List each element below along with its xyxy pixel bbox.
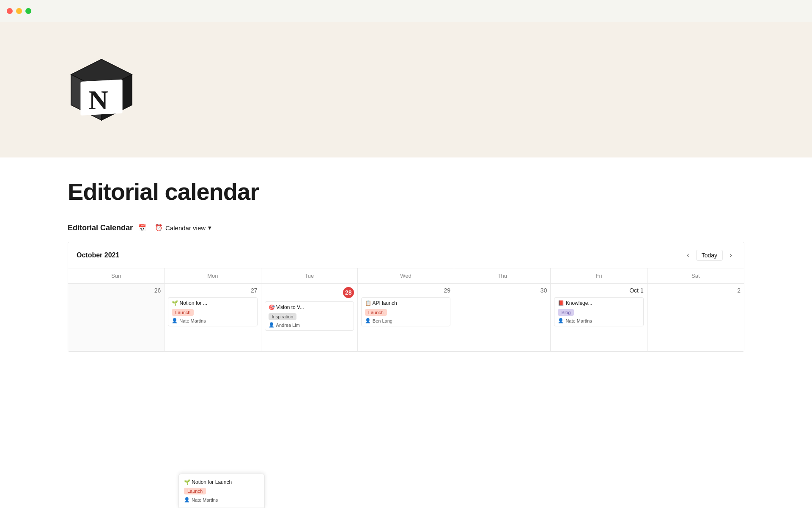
database-header: Editorial Calendar 📅 ⏰ Calendar view ▾: [68, 222, 744, 233]
calendar-day-headers: Sun Mon Tue Wed Thu Fri Sat: [68, 268, 744, 284]
svg-text:N: N: [89, 85, 108, 115]
hero-cover: N: [0, 22, 812, 157]
today-button[interactable]: Today: [696, 250, 723, 261]
page-title: Editorial calendar: [68, 178, 744, 205]
bottom-card-tag: Launch: [184, 488, 206, 494]
card-knowledge[interactable]: 📕 Knowlege... Blog 👤 Nate Martins: [554, 297, 643, 326]
card-knowledge-tag: Blog: [558, 309, 574, 316]
day-number-29: 29: [361, 287, 450, 294]
card-notion-for-person: 👤 Nate Martins: [172, 318, 253, 323]
person-name-nate2: Nate Martins: [565, 318, 592, 323]
calendar-grid-icon: 📅: [138, 224, 146, 232]
day-header-sat: Sat: [647, 268, 744, 284]
card-vision-to-v-title: 🎯 Vision to V...: [269, 304, 350, 310]
day-header-thu: Thu: [454, 268, 551, 284]
day-number-27: 27: [168, 287, 257, 294]
titlebar: [0, 0, 812, 22]
calendar-container: October 2021 ‹ Today › Sun Mon Tue Wed T…: [68, 242, 744, 352]
prev-month-button[interactable]: ‹: [683, 249, 693, 261]
day-cell-30[interactable]: 30: [454, 284, 551, 351]
bottom-card-person: 👤 Nate Martins: [184, 497, 259, 502]
day-number-2: 2: [651, 287, 741, 294]
card-notion-for-title: 🌱 Notion for ...: [172, 300, 253, 306]
main-content: Editorial calendar Editorial Calendar 📅 …: [0, 157, 812, 352]
bottom-card-title: 🌱 Notion for Launch: [184, 479, 259, 485]
calendar-nav: October 2021 ‹ Today ›: [68, 242, 744, 268]
card-api-launch-title: 📋 API launch: [365, 300, 447, 306]
traffic-light-yellow[interactable]: [16, 8, 22, 14]
card-notion-for[interactable]: 🌱 Notion for ... Launch 👤 Nate Martins: [168, 297, 257, 326]
person-avatar-andrea: 👤: [269, 322, 274, 328]
person-name-nate1: Nate Martins: [179, 318, 206, 323]
card-knowledge-person: 👤 Nate Martins: [558, 318, 639, 323]
day-cell-oct1[interactable]: Oct 1 📕 Knowlege... Blog 👤 Nate Martins: [551, 284, 647, 351]
day-header-mon: Mon: [165, 268, 261, 284]
card-knowledge-title: 📕 Knowlege...: [558, 300, 639, 306]
traffic-light-green[interactable]: [25, 8, 31, 14]
bottom-popup-card[interactable]: 🌱 Notion for Launch Launch 👤 Nate Martin…: [178, 474, 265, 508]
view-selector-label: Calendar view: [165, 224, 206, 232]
database-title: Editorial Calendar: [68, 224, 133, 232]
bottom-card-author: Nate Martins: [192, 497, 218, 502]
card-api-launch-person: 👤 Ben Lang: [365, 318, 447, 323]
day-header-tue: Tue: [261, 268, 358, 284]
bottom-card-avatar: 👤: [184, 497, 190, 502]
day-cell-27[interactable]: 27 🌱 Notion for ... Launch 👤 Nate Martin…: [165, 284, 261, 351]
day-header-fri: Fri: [551, 268, 647, 284]
day-number-26: 26: [71, 287, 161, 294]
day-cell-2[interactable]: 2: [647, 284, 744, 351]
card-api-launch[interactable]: 📋 API launch Launch 👤 Ben Lang: [361, 297, 450, 326]
day-number-28: 28: [265, 287, 354, 298]
person-avatar-nate2: 👤: [558, 318, 564, 323]
day-cell-29[interactable]: 29 📋 API launch Launch 👤 Ben Lang: [358, 284, 454, 351]
day-cell-26[interactable]: 26: [68, 284, 165, 351]
traffic-light-red[interactable]: [7, 8, 13, 14]
calendar-week-row: 26 27 🌱 Notion for ... Launch 👤 Nate Mar…: [68, 284, 744, 351]
chevron-down-icon: ▾: [208, 224, 211, 232]
card-vision-to-v-tag: Inspiration: [269, 313, 297, 320]
day-cell-28[interactable]: 28 🎯 Vision to V... Inspiration 👤 Andrea…: [261, 284, 358, 351]
view-selector-emoji: ⏰: [155, 224, 163, 232]
notion-logo-icon: N: [68, 56, 135, 124]
view-selector-button[interactable]: ⏰ Calendar view ▾: [151, 222, 215, 233]
day-number-oct1: Oct 1: [554, 287, 643, 294]
next-month-button[interactable]: ›: [726, 249, 735, 261]
nav-controls: ‹ Today ›: [683, 249, 735, 261]
card-notion-for-tag: Launch: [172, 309, 194, 316]
person-name-ben: Ben Lang: [373, 318, 392, 323]
calendar-month-label: October 2021: [77, 251, 119, 259]
card-vision-to-v-person: 👤 Andrea Lim: [269, 322, 350, 328]
day-header-wed: Wed: [358, 268, 454, 284]
card-api-launch-tag: Launch: [365, 309, 387, 316]
day-number-30: 30: [458, 287, 547, 294]
person-avatar-ben: 👤: [365, 318, 371, 323]
card-vision-to-v[interactable]: 🎯 Vision to V... Inspiration 👤 Andrea Li…: [265, 301, 354, 331]
day-header-sun: Sun: [68, 268, 165, 284]
person-avatar-nate1: 👤: [172, 318, 178, 323]
person-name-andrea: Andrea Lim: [276, 323, 300, 328]
